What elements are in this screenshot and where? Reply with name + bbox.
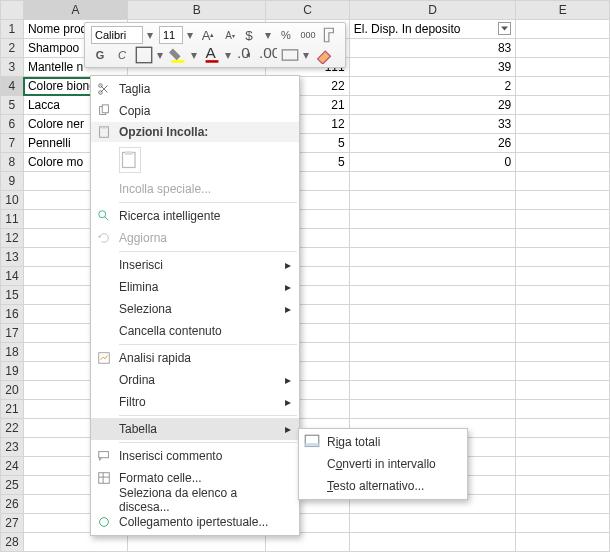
row-header[interactable]: 22 xyxy=(1,419,24,438)
cell[interactable]: 2 xyxy=(349,77,516,96)
merge-icon[interactable] xyxy=(281,46,299,64)
cell[interactable] xyxy=(516,20,610,39)
row-header[interactable]: 23 xyxy=(1,438,24,457)
dropdown-icon[interactable]: ▾ xyxy=(303,48,311,62)
cell[interactable] xyxy=(349,248,516,267)
cell[interactable]: 29 xyxy=(349,96,516,115)
cell[interactable] xyxy=(349,533,516,552)
menu-select[interactable]: Seleziona▸ xyxy=(91,298,299,320)
row-header[interactable]: 21 xyxy=(1,400,24,419)
row-header[interactable]: 18 xyxy=(1,343,24,362)
cell[interactable] xyxy=(349,172,516,191)
cell[interactable] xyxy=(349,381,516,400)
row-header[interactable]: 13 xyxy=(1,248,24,267)
fill-color-icon[interactable] xyxy=(169,46,187,64)
cell[interactable] xyxy=(516,476,610,495)
row-header[interactable]: 26 xyxy=(1,495,24,514)
increase-decimal-icon[interactable]: .00 xyxy=(259,46,277,64)
paste-option-icon[interactable] xyxy=(119,147,141,173)
menu-table[interactable]: Tabella▸ xyxy=(91,418,299,440)
menu-smart-lookup[interactable]: Ricerca intelligente xyxy=(91,205,299,227)
row-header[interactable]: 8 xyxy=(1,153,24,172)
font-color-icon[interactable]: A xyxy=(203,46,221,64)
cell[interactable]: 26 xyxy=(349,134,516,153)
menu-pick-from-list[interactable]: Seleziona da elenco a discesa... xyxy=(91,489,299,511)
cell[interactable] xyxy=(516,96,610,115)
row-header[interactable]: 11 xyxy=(1,210,24,229)
col-header-A[interactable]: A xyxy=(23,1,127,20)
cell[interactable] xyxy=(349,324,516,343)
cell[interactable] xyxy=(349,210,516,229)
cell[interactable] xyxy=(516,419,610,438)
submenu-alt-text[interactable]: Testo alternativo... xyxy=(299,475,467,497)
cell[interactable]: 83 xyxy=(349,39,516,58)
clear-format-icon[interactable] xyxy=(315,46,333,64)
menu-delete[interactable]: Elimina▸ xyxy=(91,276,299,298)
menu-copy[interactable]: Copia xyxy=(91,100,299,122)
row-header[interactable]: 17 xyxy=(1,324,24,343)
cell[interactable] xyxy=(349,343,516,362)
row-header[interactable]: 14 xyxy=(1,267,24,286)
cell[interactable] xyxy=(516,58,610,77)
cell[interactable] xyxy=(516,210,610,229)
dropdown-icon[interactable]: ▾ xyxy=(157,48,165,62)
cell[interactable] xyxy=(516,343,610,362)
col-header-E[interactable]: E xyxy=(516,1,610,20)
row-header[interactable]: 1 xyxy=(1,20,24,39)
cell[interactable] xyxy=(516,267,610,286)
row-header[interactable]: 10 xyxy=(1,191,24,210)
cell[interactable]: 33 xyxy=(349,115,516,134)
dropdown-icon[interactable]: ▾ xyxy=(147,28,155,42)
row-header[interactable]: 28 xyxy=(1,533,24,552)
menu-insert[interactable]: Inserisci▸ xyxy=(91,254,299,276)
cell[interactable] xyxy=(516,248,610,267)
menu-clear-contents[interactable]: Cancella contenuto xyxy=(91,320,299,342)
menu-cut[interactable]: Taglia xyxy=(91,78,299,100)
submenu-convert-to-range[interactable]: Converti in intervallo xyxy=(299,453,467,475)
cell[interactable]: 0 xyxy=(349,153,516,172)
menu-quick-analysis[interactable]: Analisi rapida xyxy=(91,347,299,369)
row-header[interactable]: 6 xyxy=(1,115,24,134)
row-header[interactable]: 15 xyxy=(1,286,24,305)
cell[interactable] xyxy=(516,533,610,552)
decrease-font-icon[interactable]: A▾ xyxy=(221,26,239,44)
dropdown-icon[interactable]: ▾ xyxy=(187,28,195,42)
cell[interactable] xyxy=(516,77,610,96)
cell[interactable] xyxy=(349,229,516,248)
row-header[interactable]: 20 xyxy=(1,381,24,400)
format-painter-icon[interactable] xyxy=(321,26,339,44)
cell[interactable] xyxy=(516,39,610,58)
cell[interactable] xyxy=(516,438,610,457)
submenu-totals-row[interactable]: Riga totali xyxy=(299,431,467,453)
cell[interactable] xyxy=(516,324,610,343)
cell[interactable] xyxy=(516,153,610,172)
row-header[interactable]: 27 xyxy=(1,514,24,533)
bold-button[interactable]: G xyxy=(91,46,109,64)
cell[interactable] xyxy=(516,400,610,419)
col-header-C[interactable]: C xyxy=(266,1,349,20)
font-size-input[interactable] xyxy=(159,26,183,44)
percent-format-icon[interactable]: % xyxy=(277,26,295,44)
cell[interactable]: El. Disp. In deposito xyxy=(349,20,516,39)
col-header-D[interactable]: D xyxy=(349,1,516,20)
menu-hyperlink[interactable]: Collegamento ipertestuale... xyxy=(91,511,299,533)
cell[interactable] xyxy=(349,362,516,381)
row-header[interactable]: 16 xyxy=(1,305,24,324)
cell[interactable] xyxy=(516,514,610,533)
cell[interactable] xyxy=(516,229,610,248)
row-header[interactable]: 4 xyxy=(1,77,24,96)
cell[interactable] xyxy=(349,286,516,305)
row-header[interactable]: 19 xyxy=(1,362,24,381)
menu-sort[interactable]: Ordina▸ xyxy=(91,369,299,391)
cell[interactable] xyxy=(516,381,610,400)
cell[interactable] xyxy=(349,514,516,533)
row-header[interactable]: 9 xyxy=(1,172,24,191)
cell[interactable] xyxy=(516,286,610,305)
row-header[interactable]: 5 xyxy=(1,96,24,115)
dropdown-icon[interactable]: ▾ xyxy=(265,28,273,42)
cell[interactable] xyxy=(516,172,610,191)
dropdown-icon[interactable]: ▾ xyxy=(225,48,233,62)
italic-button[interactable]: C xyxy=(113,46,131,64)
select-all[interactable] xyxy=(1,1,24,20)
increase-font-icon[interactable]: A▴ xyxy=(199,26,217,44)
